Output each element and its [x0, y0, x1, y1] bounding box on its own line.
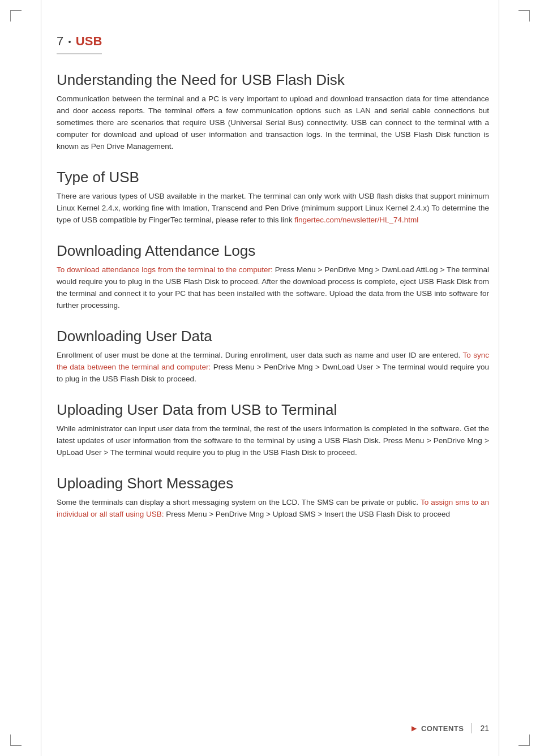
highlight-downloading-user: To sync the data between the terminal an… — [57, 351, 489, 371]
section-title-uploading-user: Uploading User Data from USB to Terminal — [57, 401, 489, 419]
corner-mark-top-right — [518, 10, 530, 22]
left-border-line — [41, 0, 41, 756]
section-body-uploading-user: While administrator can input user data … — [57, 423, 489, 459]
footer-arrow-icon: ▶ — [412, 724, 417, 733]
footer: ▶ CONTENTS 21 — [412, 723, 489, 733]
highlight-uploading-sms: To assign sms to an individual or all st… — [57, 498, 489, 518]
chapter-number: 7 — [57, 34, 63, 48]
section-body-uploading-sms: Some the terminals can display a short m… — [57, 497, 489, 521]
chapter-dot: • — [68, 37, 71, 47]
section-downloading-user: Downloading User Data Enrollment of user… — [57, 328, 489, 385]
usb-link[interactable]: fingertec.com/newsletter/HL_74.html — [294, 216, 418, 224]
chapter-header: 7 • USB — [57, 34, 102, 54]
section-body-understanding: Communication between the terminal and a… — [57, 93, 489, 153]
footer-page-number: 21 — [480, 724, 489, 733]
section-downloading-logs: Downloading Attendance Logs To download … — [57, 242, 489, 312]
section-uploading-user: Uploading User Data from USB to Terminal… — [57, 401, 489, 459]
right-border-line — [499, 0, 499, 756]
section-body-downloading-logs: To download attendance logs from the ter… — [57, 264, 489, 312]
footer-contents-label[interactable]: CONTENTS — [421, 724, 464, 733]
section-title-downloading-user: Downloading User Data — [57, 328, 489, 345]
highlight-downloading-logs: To download attendance logs from the ter… — [57, 265, 273, 274]
corner-mark-top-left — [10, 10, 22, 22]
section-title-uploading-sms: Uploading Short Messages — [57, 475, 489, 492]
section-title-downloading-logs: Downloading Attendance Logs — [57, 242, 489, 260]
footer-divider — [472, 723, 472, 733]
page: 7 • USB Understanding the Need for USB F… — [0, 0, 540, 756]
section-body-downloading-user: Enrollment of user must be done at the t… — [57, 350, 489, 385]
corner-mark-bottom-right — [518, 734, 530, 746]
section-title-type-usb: Type of USB — [57, 169, 489, 186]
corner-mark-bottom-left — [10, 734, 22, 746]
section-body-type-usb: There are various types of USB available… — [57, 191, 489, 226]
chapter-title: USB — [76, 34, 102, 48]
section-understanding: Understanding the Need for USB Flash Dis… — [57, 71, 489, 153]
section-title-understanding: Understanding the Need for USB Flash Dis… — [57, 71, 489, 89]
section-uploading-sms: Uploading Short Messages Some the termin… — [57, 475, 489, 521]
section-type-usb: Type of USB There are various types of U… — [57, 169, 489, 226]
